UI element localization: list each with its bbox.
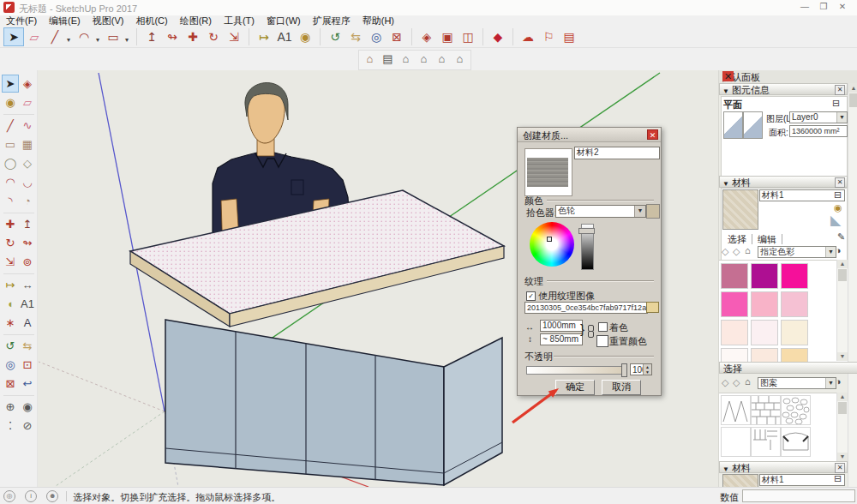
generate-report-icon[interactable]: ▤ <box>559 27 579 46</box>
current-color-swatch[interactable] <box>646 204 660 219</box>
style-gem-icon[interactable]: ◆ <box>488 27 508 46</box>
select-icon[interactable]: ➤ <box>3 27 24 46</box>
materials-close-icon[interactable]: ✕ <box>835 177 845 188</box>
eyedropper-icon[interactable]: ✎ <box>837 231 845 243</box>
two-point-arc-icon[interactable]: ◡ <box>19 173 36 191</box>
color-swatch[interactable] <box>781 291 808 317</box>
line-icon[interactable]: ╱ <box>2 117 19 135</box>
entity-info-close-icon[interactable]: ✕ <box>835 85 845 95</box>
pattern-scrollbar[interactable]: ▲ ▼ <box>836 393 848 461</box>
front-face-swatch[interactable] <box>723 111 743 139</box>
color-swatch[interactable] <box>751 291 778 317</box>
tape-measure-icon[interactable]: ↦ <box>2 276 19 294</box>
select-section-header[interactable]: 选择 <box>719 362 857 374</box>
menu-item[interactable]: 绘图(R) <box>174 15 218 27</box>
material-name-field[interactable]: 材料1 <box>759 189 845 201</box>
menu-item[interactable]: 视图(V) <box>87 15 130 27</box>
texture-width-input[interactable]: 1000mm <box>540 320 583 332</box>
pin-icon[interactable]: ▾ <box>722 71 844 82</box>
maximize-button[interactable]: ❐ <box>814 2 833 11</box>
picker-dropdown[interactable]: 色轮▼ <box>555 205 646 218</box>
scroll-up-icon[interactable]: ▲ <box>837 260 848 268</box>
pattern-thumb-awning[interactable] <box>781 427 811 457</box>
chevron-down-icon[interactable]: ▼ <box>836 112 847 123</box>
paint-bucket-icon[interactable]: ◉ <box>295 27 315 46</box>
minimize-button[interactable]: — <box>795 2 814 11</box>
counter-cabinet[interactable] <box>130 190 504 485</box>
texture-filename-input[interactable]: 20130305_0ce354bc7fab9717f12a5zBL1R <box>524 302 648 314</box>
zoom-extents-icon[interactable]: ⊠ <box>2 375 19 393</box>
circle-icon[interactable]: ◯ <box>2 154 19 172</box>
color-swatch[interactable] <box>781 348 808 362</box>
zoom-icon[interactable]: ◎ <box>2 356 19 374</box>
home-icon[interactable]: ⌂ <box>745 376 751 387</box>
rotate-icon[interactable]: ↻ <box>2 234 19 252</box>
pan-icon[interactable]: ⇆ <box>19 337 36 355</box>
view-left-icon[interactable]: ⌂ <box>451 51 469 68</box>
dialog-close-icon[interactable]: ✕ <box>647 129 658 140</box>
use-texture-checkbox[interactable]: ✓ <box>526 291 536 301</box>
tape-measure-icon[interactable]: ↦ <box>254 27 274 46</box>
rectangle-icon[interactable]: ▭ <box>2 135 19 153</box>
collapse-triangle-icon[interactable]: ▼ <box>722 465 729 473</box>
menu-item[interactable]: 扩展程序 <box>307 15 357 27</box>
color-swatch[interactable] <box>751 320 778 345</box>
arc-icon[interactable]: ◠▾ <box>74 27 94 46</box>
scroll-up-icon[interactable]: ▲ <box>848 83 857 93</box>
rotated-rectangle-icon[interactable]: ▦ <box>19 135 36 153</box>
scroll-up-icon[interactable]: ▲ <box>837 393 848 401</box>
color-swatch[interactable] <box>751 263 778 289</box>
tray-header[interactable]: 默认面板 ▾ ✕ <box>719 70 857 84</box>
color-swatch[interactable] <box>781 320 808 345</box>
cancel-button[interactable]: 取消 <box>602 380 641 395</box>
colorize-checkbox[interactable] <box>598 322 608 332</box>
value-slider-handle[interactable] <box>578 228 595 234</box>
orbit-icon[interactable]: ↺ <box>325 27 345 46</box>
paint-detail-icon[interactable]: ◑ <box>836 376 842 387</box>
sample-paint-icon[interactable]: ◣ <box>830 212 841 228</box>
component-options-icon[interactable]: ▣ <box>437 27 458 46</box>
opacity-slider-handle[interactable] <box>621 363 627 377</box>
menu-item[interactable]: 工具(T) <box>218 15 261 27</box>
3d-text-icon[interactable]: A <box>19 314 36 332</box>
texture-height-input[interactable]: ~ 850mm <box>540 333 583 345</box>
push-pull-icon[interactable]: ↥ <box>141 27 162 46</box>
freehand-icon[interactable]: ∿ <box>19 117 36 135</box>
line-icon[interactable]: ╱▾ <box>45 27 65 46</box>
color-swatch[interactable] <box>721 348 748 362</box>
protractor-icon[interactable]: ◖ <box>2 295 19 313</box>
rectangle-icon[interactable]: ▭▾ <box>103 27 123 46</box>
chevron-down-icon[interactable]: ▼ <box>825 378 836 388</box>
dropdown-caret-icon[interactable]: ▾ <box>96 31 99 50</box>
ok-button[interactable]: 确定 <box>555 380 595 395</box>
color-swatch[interactable] <box>781 263 808 289</box>
walk-icon[interactable]: ⁚ <box>2 417 19 435</box>
three-point-arc-icon[interactable]: ◝ <box>2 192 19 210</box>
geolocate-status-icon[interactable]: ◎ <box>3 490 15 502</box>
look-around-icon[interactable]: ◉ <box>19 398 36 416</box>
polygon-icon[interactable]: ◇ <box>19 154 36 172</box>
follow-me-icon[interactable]: ↬ <box>162 27 183 46</box>
entity-info-header[interactable]: ▼图元信息 ✕ <box>719 83 848 95</box>
tray-scrollbar[interactable]: ▲ <box>848 83 857 487</box>
view-back-icon[interactable]: ⌂ <box>433 51 451 68</box>
color-swatch[interactable] <box>751 348 778 362</box>
chevron-down-icon[interactable]: ▼ <box>634 206 645 217</box>
zoom-extents-icon[interactable]: ⊠ <box>387 27 407 46</box>
arc-icon[interactable]: ◠ <box>2 173 19 191</box>
previous-icon[interactable]: ↩ <box>19 375 36 393</box>
paint-detail-icon[interactable]: ◑ <box>836 245 842 255</box>
pie-icon[interactable]: ◔ <box>19 192 36 210</box>
credits-info-icon[interactable]: i <box>25 490 37 502</box>
opacity-slider-track[interactable] <box>526 366 626 375</box>
zoom-icon[interactable]: ◎ <box>366 27 387 46</box>
material-name-input[interactable]: 材料2 <box>574 147 660 159</box>
scale-icon[interactable]: ⇲ <box>2 253 19 271</box>
secondary-pane-icon[interactable]: ⊟ <box>834 473 842 484</box>
scroll-thumb[interactable] <box>838 269 847 281</box>
collapse-triangle-icon[interactable]: ▼ <box>722 180 729 188</box>
collections-dropdown[interactable]: 指定色彩▼ <box>758 246 836 258</box>
sign-in-icon[interactable]: ☻ <box>46 490 58 502</box>
spinner-arrows-icon[interactable]: ▲▼ <box>643 364 651 375</box>
color-wheel[interactable] <box>530 222 574 267</box>
